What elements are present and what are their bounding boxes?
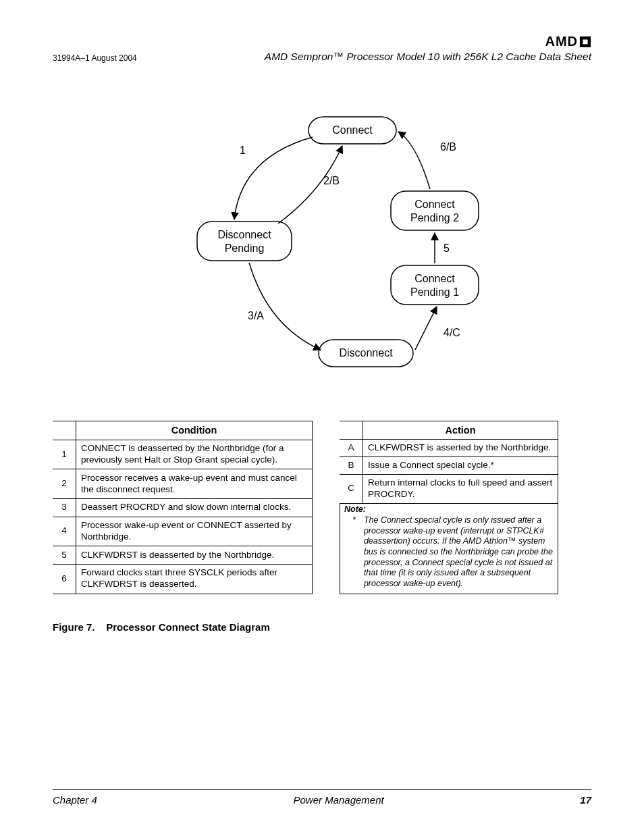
note-asterisk: * (352, 515, 356, 589)
page-header: 31994A–1 August 2004 AMD AMD Sempron™ Pr… (53, 34, 591, 63)
node-dp-l1: Disconnect (217, 229, 271, 240)
table-row: 4Processor wake-up event or CONNECT asse… (53, 517, 313, 546)
doc-title: AMD Sempron™ Processor Model 10 with 256… (265, 51, 591, 63)
node-cp1-l2: Pending 1 (410, 286, 459, 298)
edge-2b: 2/B (323, 175, 340, 186)
table-row: BIssue a Connect special cycle.* (340, 457, 558, 474)
note-block: Note: * The Connect special cycle is onl… (340, 504, 558, 594)
node-cp2-l1: Connect (414, 199, 455, 210)
doc-id: 31994A–1 August 2004 (53, 53, 137, 63)
figure-caption: Figure 7. Processor Connect State Diagra… (53, 621, 591, 633)
state-diagram: Connect Connect Pending 2 Connect Pendin… (53, 103, 591, 400)
condition-table: Condition 1CONNECT is deasserted by the … (53, 421, 313, 594)
table-row: 5CLKFWDRST is deasserted by the Northbri… (53, 546, 313, 564)
edge-4c: 4/C (444, 327, 460, 338)
amd-logo-icon (579, 36, 591, 48)
table-row: 6Forward clocks start three SYSCLK perio… (53, 564, 313, 594)
footer-section: Power Management (293, 794, 383, 806)
amd-logo-text: AMD (545, 34, 578, 49)
table-row: 2Processor receives a wake-up event and … (53, 469, 313, 499)
svg-rect-4 (197, 221, 292, 261)
condition-header: Condition (76, 421, 313, 440)
edge-6b: 6/B (440, 141, 456, 153)
node-disconnect: Disconnect (339, 347, 393, 359)
table-row: CReturn internal clocks to full speed an… (340, 474, 558, 503)
amd-logo: AMD (265, 34, 591, 49)
node-dp-l2: Pending (225, 242, 265, 254)
page-footer: Chapter 4 Power Management 17 (53, 789, 591, 806)
header-right: AMD AMD Sempron™ Processor Model 10 with… (265, 34, 591, 63)
tables-row: Condition 1CONNECT is deasserted by the … (53, 421, 591, 594)
state-diagram-svg: Connect Connect Pending 2 Connect Pendin… (133, 103, 511, 400)
node-connect: Connect (332, 124, 373, 136)
note-label: Note: (344, 504, 554, 515)
svg-line-5 (415, 307, 437, 350)
footer-chapter: Chapter 4 (53, 794, 97, 806)
node-cp1-l1: Connect (414, 273, 455, 284)
action-header: Action (363, 421, 558, 440)
figure-label: Figure 7. (53, 621, 95, 633)
footer-page: 17 (580, 794, 591, 806)
svg-rect-2 (391, 265, 479, 305)
figure-title: Processor Connect State Diagram (106, 621, 270, 633)
node-cp2-l2: Pending 2 (410, 212, 459, 224)
note-text: The Connect special cycle is only issued… (364, 515, 554, 589)
svg-rect-1 (391, 191, 479, 230)
table-row: 1CONNECT is deasserted by the Northbridg… (53, 440, 313, 469)
action-block: Action ACLKFWDRST is asserted by the Nor… (340, 421, 558, 594)
action-table: Action ACLKFWDRST is asserted by the Nor… (340, 421, 558, 504)
edge-5: 5 (444, 242, 450, 254)
edge-1: 1 (240, 145, 246, 156)
table-row: 3Deassert PROCRDY and slow down internal… (53, 499, 313, 517)
table-row: ACLKFWDRST is asserted by the Northbridg… (340, 440, 558, 457)
edge-3a: 3/A (248, 310, 264, 321)
